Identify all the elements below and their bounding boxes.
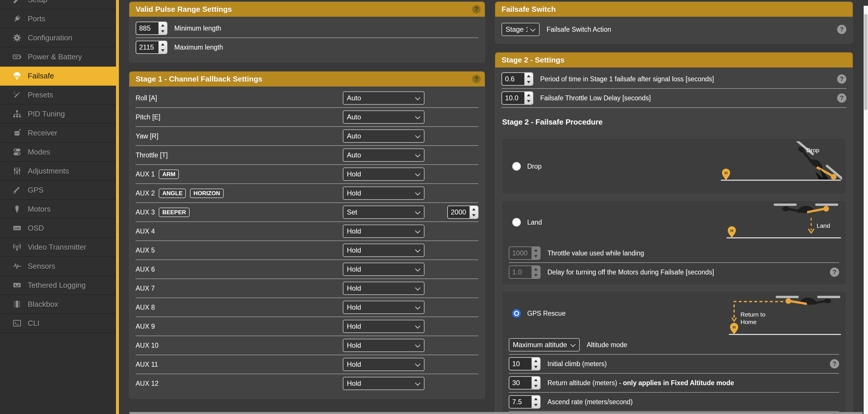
spinner	[531, 247, 540, 259]
step-up-button[interactable]	[470, 206, 478, 212]
delay-for-turning-off-the-motors-during--input[interactable]: 1.0	[509, 266, 540, 279]
return-altitude-meters-input[interactable]: 30	[509, 376, 540, 389]
land-radio[interactable]	[512, 218, 521, 227]
chevron-down-icon	[415, 285, 420, 290]
altitude-mode-select[interactable]: Maximum altitude	[509, 338, 580, 351]
step-up-button[interactable]	[532, 266, 540, 272]
step-down-button[interactable]	[470, 212, 478, 218]
aux-12-row: AUX 12Hold	[135, 374, 478, 393]
step-down-button[interactable]	[525, 98, 533, 104]
select-value: Hold	[347, 170, 361, 178]
aux-3-fallback-select[interactable]: Set	[343, 206, 425, 219]
period-of-time-in-stage-1-failsafe-after-input[interactable]: 0.6	[501, 72, 533, 85]
sidebar-item-modes[interactable]: Modes	[0, 143, 116, 162]
help-icon[interactable]	[830, 359, 839, 369]
step-down-button[interactable]	[532, 402, 540, 408]
throttle-t-fallback-select[interactable]: Auto	[343, 148, 425, 162]
step-down-button[interactable]	[532, 272, 540, 278]
aux-5-fallback-select[interactable]: Hold	[343, 244, 425, 257]
land-settings-rows: 1000Throttle value used while landing1.0…	[509, 244, 839, 281]
aux-6-fallback-select[interactable]: Hold	[343, 263, 425, 276]
panel-body: 885Minimum length2115Maximum length	[129, 17, 485, 62]
help-icon[interactable]	[472, 5, 481, 13]
aux-7-fallback-select[interactable]: Hold	[343, 282, 425, 295]
sidebar-item-gps[interactable]: GPS	[0, 181, 116, 200]
yaw-r-fallback-select[interactable]: Auto	[343, 130, 425, 143]
vertical-scrollbar-thumb[interactable]	[864, 14, 867, 110]
vertical-scrollbar-track[interactable]	[864, 6, 868, 414]
sidebar-item-tethered-logging[interactable]: Tethered Logging	[0, 276, 116, 295]
procedure-label: Land	[527, 218, 542, 226]
plug-icon	[13, 14, 21, 23]
panel-body: 0.6Period of time in Stage 1 failsafe af…	[495, 67, 853, 414]
step-down-button[interactable]	[532, 364, 540, 370]
sidebar-item-setup[interactable]: Setup	[0, 0, 116, 9]
horizontal-scrollbar-thumb[interactable]	[129, 412, 863, 414]
channel-label: Pitch [E]	[135, 113, 160, 121]
sidebar-item-configuration[interactable]: Configuration	[0, 29, 116, 47]
roll-a-fallback-select[interactable]: Auto	[343, 92, 425, 105]
channel-label-group: AUX 7	[135, 284, 155, 292]
aux-12-fallback-select[interactable]: Hold	[343, 377, 425, 390]
aux-10-fallback-select[interactable]: Hold	[343, 339, 425, 352]
aux-11-fallback-select[interactable]: Hold	[343, 358, 425, 371]
sidebar-item-cli[interactable]: CLI	[0, 314, 116, 333]
gps-rescue-radio[interactable]	[512, 309, 521, 318]
maximum-length-input[interactable]: 2115	[135, 41, 167, 54]
step-down-button[interactable]	[532, 383, 540, 389]
ascend-rate-meters-second-input[interactable]: 7.5	[509, 395, 540, 409]
input-value: 10.0	[502, 92, 524, 104]
step-up-button[interactable]	[532, 358, 540, 364]
minimum-length-input[interactable]: 885	[135, 22, 167, 35]
sidebar-item-adjustments[interactable]: Adjustments	[0, 162, 116, 181]
sidebar-item-motors[interactable]: Motors	[0, 200, 116, 219]
sidebar-item-osd[interactable]: OSDOSD	[0, 219, 116, 238]
sidebar-item-ports[interactable]: Ports	[0, 9, 116, 29]
step-down-button[interactable]	[532, 253, 540, 259]
step-down-button[interactable]	[159, 28, 167, 34]
help-icon[interactable]	[837, 25, 846, 34]
aux-8-fallback-select[interactable]: Hold	[343, 301, 425, 314]
spinner	[531, 377, 540, 389]
throttle-t-row: Throttle [T]Auto	[135, 146, 478, 164]
home-marker-icon: H	[728, 226, 736, 238]
aux-1-fallback-select[interactable]: Hold	[343, 168, 425, 181]
select-value: Hold	[347, 303, 361, 311]
step-up-button[interactable]	[159, 22, 167, 28]
sidebar-item-power-battery[interactable]: Power & Battery	[0, 47, 116, 67]
sidebar-item-receiver[interactable]: Receiver	[0, 124, 116, 143]
aux-9-fallback-select[interactable]: Hold	[343, 320, 425, 333]
help-icon[interactable]	[837, 94, 846, 103]
help-icon[interactable]	[830, 268, 839, 277]
step-down-button[interactable]	[525, 79, 533, 85]
aux-2-fallback-select[interactable]: Hold	[343, 186, 425, 200]
help-icon[interactable]	[837, 74, 846, 83]
field-label: Return altitude (meters) -	[548, 379, 621, 387]
step-down-button[interactable]	[159, 47, 167, 53]
help-icon[interactable]	[472, 75, 481, 83]
aux-4-fallback-select[interactable]: Hold	[343, 225, 425, 238]
channel-label-group: Pitch [E]	[135, 113, 160, 121]
initial-climb-meters-input[interactable]: 10	[509, 357, 540, 371]
sidebar-item-sensors[interactable]: Sensors	[0, 257, 116, 276]
drop-radio[interactable]	[512, 162, 521, 171]
step-up-button[interactable]	[532, 377, 540, 383]
step-up-button[interactable]	[532, 247, 540, 253]
sidebar-item-failsafe[interactable]: Failsafe	[0, 67, 116, 85]
aux-3-set-value-input[interactable]: 2000	[447, 206, 478, 219]
broadcast-icon	[13, 243, 21, 251]
sidebar-item-presets[interactable]: Presets	[0, 85, 116, 105]
step-up-button[interactable]	[159, 41, 167, 47]
pitch-e-fallback-select[interactable]: Auto	[343, 110, 425, 124]
throttle-value-used-while-landing-input[interactable]: 1000	[509, 246, 540, 260]
sidebar-item-blackbox[interactable]: Blackbox	[0, 295, 116, 314]
failsafe-throttle-low-delay-seconds-input[interactable]: 10.0	[501, 92, 533, 105]
gps-rescue-illustration: Return to Home H	[706, 292, 842, 339]
sidebar-item-pid-tuning[interactable]: PID Tuning	[0, 105, 116, 124]
step-up-button[interactable]	[525, 73, 533, 79]
failsafe-switch-action-select[interactable]: Stage 1	[501, 23, 539, 36]
step-up-button[interactable]	[532, 396, 540, 402]
step-up-button[interactable]	[525, 92, 533, 98]
delay-for-turning-off-the-motors-during--row: 1.0Delay for turning off the Motors duri…	[509, 263, 839, 281]
sidebar-item-video-transmitter[interactable]: Video Transmitter	[0, 238, 116, 257]
